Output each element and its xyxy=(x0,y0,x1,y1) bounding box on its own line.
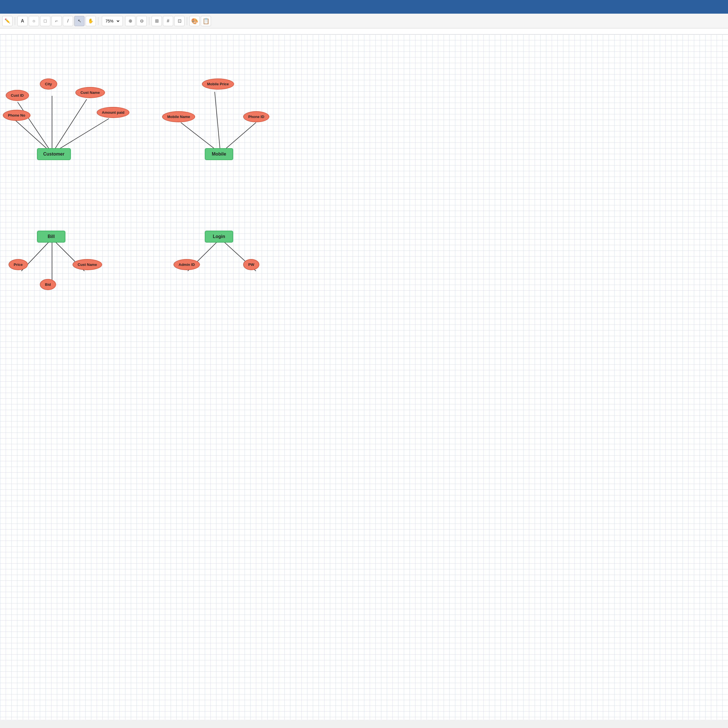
svg-line-2 xyxy=(52,99,87,153)
diagram-settings-btn[interactable]: ⊡ xyxy=(174,16,185,26)
edit-tool-btn[interactable]: ✏️ xyxy=(2,16,12,26)
zoom-control[interactable]: 50% 75% 100% 125% 150% xyxy=(102,16,123,26)
zoom-out-btn[interactable]: ⊖ xyxy=(136,16,147,26)
attribute-mobile-price[interactable]: Mobile Price xyxy=(202,78,234,90)
entity-mobile[interactable]: Mobile xyxy=(205,148,233,160)
ellipse-tool-btn[interactable]: ○ xyxy=(29,16,39,26)
attribute-cust-name-bill[interactable]: Cust Name xyxy=(72,259,102,270)
attribute-mobile-name[interactable]: Mobile Name xyxy=(162,111,195,122)
pan-tool-btn[interactable]: ✋ xyxy=(86,16,96,26)
svg-line-5 xyxy=(215,92,220,153)
zoom-select[interactable]: 50% 75% 100% 125% 150% xyxy=(104,18,120,24)
title-bar xyxy=(0,28,728,34)
attribute-admin-id[interactable]: Admin ID xyxy=(173,259,200,270)
attribute-pw[interactable]: PW xyxy=(243,259,259,270)
toolbar-sep-2 xyxy=(98,17,98,25)
toolbar-sep-3 xyxy=(149,17,149,25)
color-tool-btn[interactable]: 🎨 xyxy=(190,16,200,26)
zoom-in-btn[interactable]: ⊕ xyxy=(125,16,135,26)
entity-customer[interactable]: Customer xyxy=(37,148,71,160)
svg-line-0 xyxy=(18,102,52,153)
attribute-price[interactable]: Price xyxy=(9,259,28,270)
attribute-phone-no[interactable]: Phone No xyxy=(3,110,31,121)
entity-bill[interactable]: Bill xyxy=(37,231,66,243)
connection-lines xyxy=(0,34,728,720)
rect-tool-btn[interactable]: □ xyxy=(40,16,50,26)
line-tool-btn[interactable]: / xyxy=(63,16,73,26)
attribute-phone-id[interactable]: Phone ID xyxy=(243,111,269,122)
layers-tool-btn[interactable]: 📋 xyxy=(201,16,211,26)
attribute-cust-name[interactable]: Cust Name xyxy=(75,87,105,98)
canvas: CustomerMobileBillLoginCust IDCityCust N… xyxy=(0,34,728,720)
text-tool-btn[interactable]: A xyxy=(17,16,28,26)
toolbar: ✏️ A ○ □ ⌐ / ↖ ✋ 50% 75% 100% 125% 150% … xyxy=(0,14,728,28)
connector-tool-btn[interactable]: ⌐ xyxy=(52,16,62,26)
select-tool-btn[interactable]: ↖ xyxy=(74,16,84,26)
attribute-amount-paid[interactable]: Amount paid xyxy=(97,107,129,118)
toolbar-sep-1 xyxy=(15,17,15,25)
toolbar-sep-4 xyxy=(187,17,187,25)
attribute-city[interactable]: City xyxy=(40,78,57,90)
attribute-cust-id[interactable]: Cust ID xyxy=(6,90,29,101)
attribute-bid[interactable]: Bid xyxy=(40,279,56,290)
grid-view-btn[interactable]: # xyxy=(163,16,173,26)
menu-bar xyxy=(0,0,728,14)
entity-login[interactable]: Login xyxy=(205,231,233,243)
grid-snap-btn[interactable]: ⊞ xyxy=(151,16,162,26)
